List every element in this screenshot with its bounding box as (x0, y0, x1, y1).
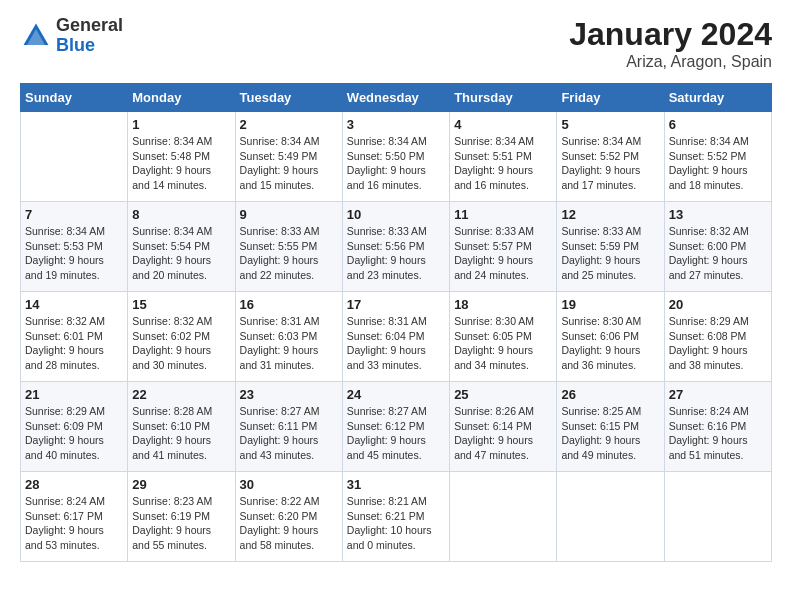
day-number: 29 (132, 477, 230, 492)
calendar-cell: 26Sunrise: 8:25 AMSunset: 6:15 PMDayligh… (557, 382, 664, 472)
calendar-cell: 24Sunrise: 8:27 AMSunset: 6:12 PMDayligh… (342, 382, 449, 472)
day-info: Sunrise: 8:34 AMSunset: 5:52 PMDaylight:… (669, 134, 767, 193)
day-number: 24 (347, 387, 445, 402)
calendar-cell: 28Sunrise: 8:24 AMSunset: 6:17 PMDayligh… (21, 472, 128, 562)
logo-text: General Blue (56, 16, 123, 56)
calendar-cell: 31Sunrise: 8:21 AMSunset: 6:21 PMDayligh… (342, 472, 449, 562)
calendar-table: SundayMondayTuesdayWednesdayThursdayFrid… (20, 83, 772, 562)
header-day-wednesday: Wednesday (342, 84, 449, 112)
calendar-cell: 25Sunrise: 8:26 AMSunset: 6:14 PMDayligh… (450, 382, 557, 472)
calendar-cell: 13Sunrise: 8:32 AMSunset: 6:00 PMDayligh… (664, 202, 771, 292)
day-number: 14 (25, 297, 123, 312)
header-day-monday: Monday (128, 84, 235, 112)
day-number: 6 (669, 117, 767, 132)
logo-blue: Blue (56, 35, 95, 55)
day-number: 28 (25, 477, 123, 492)
calendar-cell: 22Sunrise: 8:28 AMSunset: 6:10 PMDayligh… (128, 382, 235, 472)
day-info: Sunrise: 8:34 AMSunset: 5:49 PMDaylight:… (240, 134, 338, 193)
calendar-cell: 12Sunrise: 8:33 AMSunset: 5:59 PMDayligh… (557, 202, 664, 292)
week-row-4: 28Sunrise: 8:24 AMSunset: 6:17 PMDayligh… (21, 472, 772, 562)
day-number: 26 (561, 387, 659, 402)
day-number: 16 (240, 297, 338, 312)
day-number: 20 (669, 297, 767, 312)
calendar-cell: 23Sunrise: 8:27 AMSunset: 6:11 PMDayligh… (235, 382, 342, 472)
day-number: 7 (25, 207, 123, 222)
logo: General Blue (20, 16, 123, 56)
day-number: 8 (132, 207, 230, 222)
day-number: 10 (347, 207, 445, 222)
calendar-cell: 11Sunrise: 8:33 AMSunset: 5:57 PMDayligh… (450, 202, 557, 292)
day-info: Sunrise: 8:29 AMSunset: 6:09 PMDaylight:… (25, 404, 123, 463)
day-info: Sunrise: 8:24 AMSunset: 6:16 PMDaylight:… (669, 404, 767, 463)
day-info: Sunrise: 8:24 AMSunset: 6:17 PMDaylight:… (25, 494, 123, 553)
calendar-cell: 6Sunrise: 8:34 AMSunset: 5:52 PMDaylight… (664, 112, 771, 202)
page-subtitle: Ariza, Aragon, Spain (569, 53, 772, 71)
calendar-cell: 8Sunrise: 8:34 AMSunset: 5:54 PMDaylight… (128, 202, 235, 292)
header-day-saturday: Saturday (664, 84, 771, 112)
calendar-cell: 7Sunrise: 8:34 AMSunset: 5:53 PMDaylight… (21, 202, 128, 292)
day-number: 1 (132, 117, 230, 132)
day-info: Sunrise: 8:34 AMSunset: 5:50 PMDaylight:… (347, 134, 445, 193)
day-info: Sunrise: 8:27 AMSunset: 6:12 PMDaylight:… (347, 404, 445, 463)
day-number: 3 (347, 117, 445, 132)
page-title: January 2024 (569, 16, 772, 53)
day-number: 12 (561, 207, 659, 222)
calendar-body: 1Sunrise: 8:34 AMSunset: 5:48 PMDaylight… (21, 112, 772, 562)
day-info: Sunrise: 8:34 AMSunset: 5:51 PMDaylight:… (454, 134, 552, 193)
day-number: 18 (454, 297, 552, 312)
header-day-sunday: Sunday (21, 84, 128, 112)
title-block: January 2024 Ariza, Aragon, Spain (569, 16, 772, 71)
week-row-3: 21Sunrise: 8:29 AMSunset: 6:09 PMDayligh… (21, 382, 772, 472)
day-info: Sunrise: 8:22 AMSunset: 6:20 PMDaylight:… (240, 494, 338, 553)
calendar-cell (450, 472, 557, 562)
page-header: General Blue January 2024 Ariza, Aragon,… (20, 16, 772, 71)
day-info: Sunrise: 8:31 AMSunset: 6:04 PMDaylight:… (347, 314, 445, 373)
calendar-cell: 18Sunrise: 8:30 AMSunset: 6:05 PMDayligh… (450, 292, 557, 382)
day-number: 31 (347, 477, 445, 492)
week-row-2: 14Sunrise: 8:32 AMSunset: 6:01 PMDayligh… (21, 292, 772, 382)
logo-icon (20, 20, 52, 52)
calendar-cell: 3Sunrise: 8:34 AMSunset: 5:50 PMDaylight… (342, 112, 449, 202)
calendar-cell (21, 112, 128, 202)
calendar-cell: 1Sunrise: 8:34 AMSunset: 5:48 PMDaylight… (128, 112, 235, 202)
day-info: Sunrise: 8:25 AMSunset: 6:15 PMDaylight:… (561, 404, 659, 463)
header-row: SundayMondayTuesdayWednesdayThursdayFrid… (21, 84, 772, 112)
week-row-1: 7Sunrise: 8:34 AMSunset: 5:53 PMDaylight… (21, 202, 772, 292)
day-info: Sunrise: 8:23 AMSunset: 6:19 PMDaylight:… (132, 494, 230, 553)
week-row-0: 1Sunrise: 8:34 AMSunset: 5:48 PMDaylight… (21, 112, 772, 202)
day-info: Sunrise: 8:26 AMSunset: 6:14 PMDaylight:… (454, 404, 552, 463)
day-info: Sunrise: 8:32 AMSunset: 6:01 PMDaylight:… (25, 314, 123, 373)
calendar-cell: 20Sunrise: 8:29 AMSunset: 6:08 PMDayligh… (664, 292, 771, 382)
logo-general: General (56, 15, 123, 35)
day-number: 30 (240, 477, 338, 492)
day-info: Sunrise: 8:28 AMSunset: 6:10 PMDaylight:… (132, 404, 230, 463)
header-day-friday: Friday (557, 84, 664, 112)
day-info: Sunrise: 8:30 AMSunset: 6:06 PMDaylight:… (561, 314, 659, 373)
calendar-cell: 2Sunrise: 8:34 AMSunset: 5:49 PMDaylight… (235, 112, 342, 202)
header-day-tuesday: Tuesday (235, 84, 342, 112)
day-info: Sunrise: 8:29 AMSunset: 6:08 PMDaylight:… (669, 314, 767, 373)
day-info: Sunrise: 8:33 AMSunset: 5:56 PMDaylight:… (347, 224, 445, 283)
calendar-cell: 29Sunrise: 8:23 AMSunset: 6:19 PMDayligh… (128, 472, 235, 562)
calendar-cell: 16Sunrise: 8:31 AMSunset: 6:03 PMDayligh… (235, 292, 342, 382)
day-number: 13 (669, 207, 767, 222)
day-number: 17 (347, 297, 445, 312)
day-number: 2 (240, 117, 338, 132)
calendar-cell: 30Sunrise: 8:22 AMSunset: 6:20 PMDayligh… (235, 472, 342, 562)
day-number: 9 (240, 207, 338, 222)
calendar-cell: 14Sunrise: 8:32 AMSunset: 6:01 PMDayligh… (21, 292, 128, 382)
day-info: Sunrise: 8:30 AMSunset: 6:05 PMDaylight:… (454, 314, 552, 373)
day-number: 22 (132, 387, 230, 402)
day-number: 25 (454, 387, 552, 402)
day-info: Sunrise: 8:34 AMSunset: 5:52 PMDaylight:… (561, 134, 659, 193)
day-info: Sunrise: 8:34 AMSunset: 5:48 PMDaylight:… (132, 134, 230, 193)
day-info: Sunrise: 8:21 AMSunset: 6:21 PMDaylight:… (347, 494, 445, 553)
day-info: Sunrise: 8:33 AMSunset: 5:59 PMDaylight:… (561, 224, 659, 283)
calendar-cell: 27Sunrise: 8:24 AMSunset: 6:16 PMDayligh… (664, 382, 771, 472)
calendar-cell: 4Sunrise: 8:34 AMSunset: 5:51 PMDaylight… (450, 112, 557, 202)
calendar-cell (557, 472, 664, 562)
calendar-header: SundayMondayTuesdayWednesdayThursdayFrid… (21, 84, 772, 112)
day-number: 21 (25, 387, 123, 402)
day-info: Sunrise: 8:34 AMSunset: 5:53 PMDaylight:… (25, 224, 123, 283)
calendar-cell: 15Sunrise: 8:32 AMSunset: 6:02 PMDayligh… (128, 292, 235, 382)
